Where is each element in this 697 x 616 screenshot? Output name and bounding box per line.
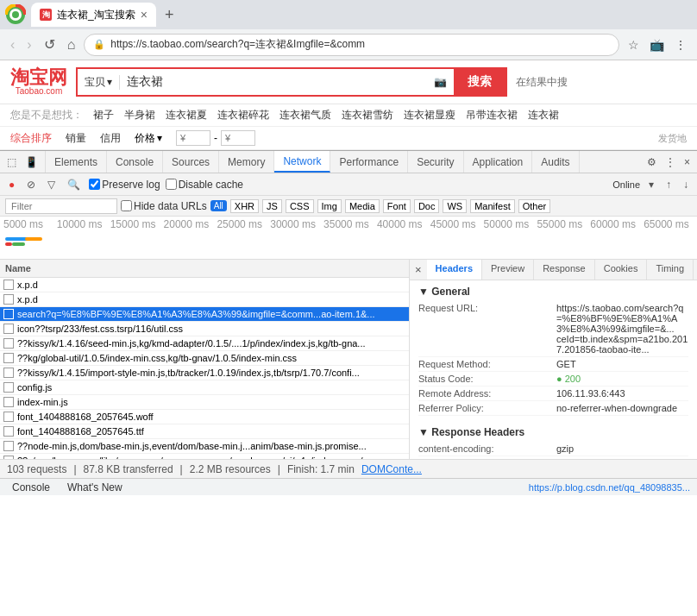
js-filter[interactable]: JS: [262, 199, 282, 213]
filter-sort-price[interactable]: 价格 ▾: [135, 131, 162, 146]
tab-close-button[interactable]: ×: [141, 9, 148, 21]
suggest-item[interactable]: 半身裙: [124, 108, 155, 123]
details-tab-preview[interactable]: Preview: [482, 260, 534, 280]
requests-count: 103 requests: [7, 463, 66, 475]
hide-data-urls-checkbox[interactable]: Hide data URLs: [121, 200, 207, 212]
referrer-policy-value: no-referrer-when-downgrade: [556, 403, 688, 413]
tab-sources[interactable]: Sources: [163, 151, 219, 173]
file-item[interactable]: index-min.js: [0, 395, 409, 410]
menu-button[interactable]: ⋮: [671, 36, 690, 53]
price-min-input[interactable]: [176, 130, 210, 146]
network-filter-input[interactable]: [5, 198, 117, 214]
throttle-button[interactable]: ▾: [645, 177, 657, 192]
search-input[interactable]: [120, 75, 427, 89]
nav-icons: ☆ 📺 ⋮: [625, 36, 690, 53]
forward-button[interactable]: ›: [23, 35, 35, 54]
filter-sort-sales[interactable]: 销量: [66, 131, 86, 146]
devtools-more-button[interactable]: ⋮: [662, 154, 679, 170]
file-item[interactable]: x.p.d: [0, 278, 409, 292]
home-button[interactable]: ⌂: [64, 35, 79, 54]
suggest-item[interactable]: 裙子: [93, 108, 114, 123]
tab-application[interactable]: Application: [464, 151, 533, 173]
suggest-item[interactable]: 连衣裙: [528, 108, 559, 123]
browser-tab[interactable]: 淘 连衣裙_淘宝搜索 ×: [31, 3, 156, 27]
file-item[interactable]: config.js: [0, 380, 409, 395]
dom-content-link[interactable]: DOMConte...: [361, 463, 422, 475]
file-item[interactable]: icon??tsrp/233/fest.css.tsrp/116/util.cs…: [0, 322, 409, 336]
tab-performance[interactable]: Performance: [330, 151, 408, 173]
details-tab-timing[interactable]: Timing: [647, 260, 694, 280]
file-item[interactable]: font_1404888168_2057645.ttf: [0, 424, 409, 439]
response-headers-title[interactable]: ▼ Response Headers: [418, 426, 688, 438]
details-close-button[interactable]: ×: [410, 260, 427, 280]
suggest-item[interactable]: 连衣裙雪纺: [342, 108, 393, 123]
devtools-close-button[interactable]: ×: [681, 154, 694, 170]
import-button[interactable]: ↑: [662, 177, 675, 192]
camera-icon[interactable]: 📷: [427, 76, 454, 88]
cast-button[interactable]: 📺: [646, 36, 668, 53]
tab-security[interactable]: Security: [408, 151, 463, 173]
back-button[interactable]: ‹: [7, 35, 18, 54]
file-item-selected[interactable]: search?q=%E8%BF%9E%E8%A1%A3%E8%A3%99&img…: [0, 307, 409, 322]
all-filter-button[interactable]: All: [210, 200, 227, 211]
tab-audits[interactable]: Audits: [532, 151, 579, 173]
devtools-settings-button[interactable]: ⚙: [644, 154, 660, 170]
details-tab-response[interactable]: Response: [534, 260, 595, 280]
suggest-item[interactable]: 吊带连衣裙: [466, 108, 518, 123]
suggest-item[interactable]: 连衣裙显瘦: [404, 108, 455, 123]
file-item[interactable]: ??kissy/k/1.4.15/import-style-min.js,tb/…: [0, 366, 409, 380]
filter-button[interactable]: ▽: [44, 177, 59, 192]
search-button[interactable]: 搜索: [454, 69, 505, 95]
address-bar[interactable]: 🔒 https://s.taobao.com/search?q=连衣裙&Imgf…: [84, 34, 619, 56]
general-section-title[interactable]: ▼ General: [418, 286, 688, 298]
request-method-label: Request Method:: [418, 359, 556, 369]
price-max-input[interactable]: [221, 130, 255, 146]
name-column-header: Name: [0, 261, 36, 275]
img-filter[interactable]: Img: [317, 199, 342, 213]
media-filter[interactable]: Media: [345, 199, 380, 213]
file-name: ??kg/global-util/1.0.5/index-min.css,kg/…: [17, 353, 405, 363]
new-tab-button[interactable]: +: [160, 6, 179, 24]
bottom-bar: Console What's New https://p.blog.csdn.n…: [0, 478, 697, 495]
tab-network[interactable]: Network: [274, 151, 330, 173]
clear-button[interactable]: ⊘: [23, 177, 39, 192]
filter-sort-default[interactable]: 综合排序: [10, 131, 52, 146]
tab-memory[interactable]: Memory: [219, 151, 274, 173]
ws-filter[interactable]: WS: [443, 199, 467, 213]
file-item[interactable]: font_1404888168_2057645.woff: [0, 410, 409, 424]
details-tab-headers[interactable]: Headers: [427, 260, 482, 280]
file-item[interactable]: ??kissy/k/1.4.16/seed-min.js,kg/kmd-adap…: [0, 336, 409, 351]
whats-new-bottom-tab[interactable]: What's New: [62, 479, 128, 495]
disable-cache-checkbox[interactable]: Disable cache: [166, 179, 243, 191]
doc-filter[interactable]: Doc: [414, 199, 440, 213]
file-item[interactable]: ??kg/global-util/1.0.5/index-min.css,kg/…: [0, 351, 409, 366]
file-item[interactable]: x.p.d: [0, 292, 409, 307]
devtools-inspect-button[interactable]: ⬚: [3, 154, 20, 170]
css-filter[interactable]: CSS: [286, 199, 314, 213]
preserve-log-checkbox[interactable]: Preserve log: [89, 179, 160, 191]
details-tab-cookies[interactable]: Cookies: [595, 260, 648, 280]
record-button[interactable]: ●: [5, 177, 18, 192]
other-filter[interactable]: Other: [518, 199, 551, 213]
chevron-down-icon: ▾: [157, 132, 162, 144]
reload-button[interactable]: ↺: [41, 35, 59, 54]
location-filter[interactable]: 发货地: [658, 132, 687, 145]
font-filter[interactable]: Font: [383, 199, 411, 213]
tab-elements[interactable]: Elements: [46, 151, 107, 173]
suggest-item[interactable]: 连衣裙夏: [166, 108, 207, 123]
tab-console[interactable]: Console: [107, 151, 163, 173]
export-button[interactable]: ↓: [680, 177, 692, 192]
console-bottom-tab[interactable]: Console: [7, 479, 55, 495]
bookmark-button[interactable]: ☆: [625, 36, 643, 53]
suggest-item[interactable]: 连衣裙气质: [279, 108, 331, 123]
xhr-filter[interactable]: XHR: [230, 199, 259, 213]
suggest-item[interactable]: 连衣裙碎花: [217, 108, 269, 123]
filter-sort-credit[interactable]: 信用: [100, 131, 121, 146]
search-category-dropdown[interactable]: 宝贝 ▾: [78, 75, 120, 90]
filter-bar: 综合排序 销量 信用 价格 ▾ - 发货地: [0, 127, 697, 150]
file-item[interactable]: ??node-min.js,dom/base-min.js,event/dom/…: [0, 439, 409, 454]
search-network-button[interactable]: 🔍: [64, 177, 84, 192]
devtools-device-button[interactable]: 📱: [22, 154, 41, 170]
search-box: 宝贝 ▾ 📷 搜索: [76, 67, 507, 97]
manifest-filter[interactable]: Manifest: [470, 199, 515, 213]
